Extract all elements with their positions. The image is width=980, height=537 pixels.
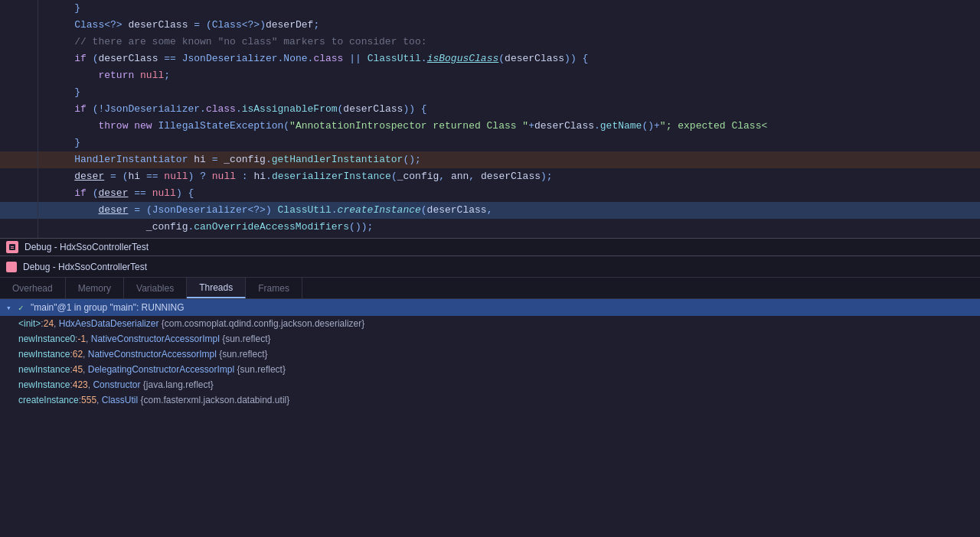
svg-rect-1 bbox=[11, 246, 14, 247]
stack-frame-2[interactable]: newInstance0:-1, NativeConstructorAccess… bbox=[0, 331, 980, 347]
debug-panel-header: Debug - HdxSsoControllerTest bbox=[0, 256, 980, 278]
code-line: // there are some known "no class" marke… bbox=[0, 34, 980, 50]
tab-variables[interactable]: Variables bbox=[124, 278, 187, 298]
debug-session-bar: Debug - HdxSsoControllerTest bbox=[0, 238, 980, 256]
stack-frame-4[interactable]: newInstance:45, DelegatingConstructorAcc… bbox=[0, 362, 980, 377]
code-line: if (!JsonDeserializer.class.isAssignable… bbox=[0, 101, 980, 118]
debug-panel-icon bbox=[6, 262, 17, 272]
thread-label: "main"@1 in group "main": RUNNING bbox=[31, 302, 185, 313]
code-line: } bbox=[0, 135, 980, 151]
code-line: throw new IllegalStateException("Annotat… bbox=[0, 118, 980, 135]
expand-arrow: ▾ bbox=[6, 303, 15, 313]
svg-rect-2 bbox=[11, 248, 14, 249]
debug-icon bbox=[6, 241, 18, 253]
tab-frames[interactable]: Frames bbox=[246, 278, 302, 298]
code-line: } bbox=[0, 236, 980, 238]
stack-frame-6[interactable]: createInstance:555, ClassUtil {com.faste… bbox=[0, 392, 980, 408]
code-line: _config.canOverrideAccessModifiers()); bbox=[0, 219, 980, 236]
code-line: deser = (hi == null) ? null : hi.deseria… bbox=[0, 168, 980, 185]
code-line-active: deser = (JsonDeserializer<?>) ClassUtil.… bbox=[0, 202, 980, 219]
tab-threads[interactable]: Threads bbox=[187, 278, 246, 298]
code-line: } bbox=[0, 0, 980, 17]
thread-item-main[interactable]: ▾ ✓ "main"@1 in group "main": RUNNING bbox=[0, 299, 980, 316]
code-line: } bbox=[0, 84, 980, 101]
thread-status-icon: ✓ bbox=[18, 303, 28, 313]
stack-frame-1[interactable]: <init>:24, HdxAesDataDeserializer {com.c… bbox=[0, 316, 980, 331]
code-lines: } Class<?> deserClass = (Class<?>)deserD… bbox=[0, 0, 980, 238]
debug-tabs: Overhead Memory Variables Threads Frames bbox=[0, 278, 980, 299]
debug-panel-label: Debug - HdxSsoControllerTest bbox=[23, 262, 147, 272]
code-editor: } Class<?> deserClass = (Class<?>)deserD… bbox=[0, 0, 980, 238]
thread-list: ▾ ✓ "main"@1 in group "main": RUNNING <i… bbox=[0, 299, 980, 537]
code-line: Class<?> deserClass = (Class<?>)deserDef… bbox=[0, 17, 980, 34]
code-line: return null; bbox=[0, 67, 980, 84]
tab-overhead[interactable]: Overhead bbox=[0, 278, 66, 298]
stack-frame-5[interactable]: newInstance:423, Constructor {java.lang.… bbox=[0, 377, 980, 392]
stack-frame-3[interactable]: newInstance:62, NativeConstructorAccesso… bbox=[0, 347, 980, 362]
tab-memory[interactable]: Memory bbox=[66, 278, 124, 298]
code-line-highlighted: HandlerInstantiator hi = _config.getHand… bbox=[0, 151, 980, 168]
debug-title: Debug - HdxSsoControllerTest bbox=[24, 242, 149, 252]
code-line: if (deser == null) { bbox=[0, 185, 980, 202]
code-line: if (deserClass == JsonDeserializer.None.… bbox=[0, 50, 980, 67]
